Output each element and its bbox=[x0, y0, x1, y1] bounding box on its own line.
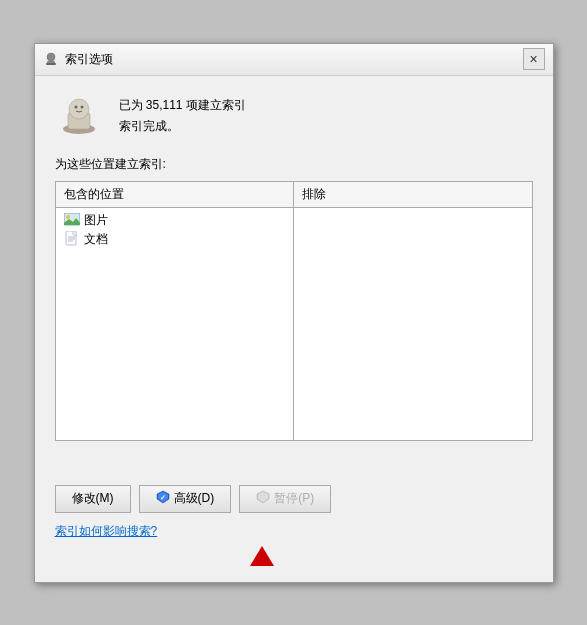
col-include-header: 包含的位置 bbox=[56, 182, 295, 207]
list-item: 图片 bbox=[64, 212, 286, 229]
close-button[interactable]: × bbox=[523, 48, 545, 70]
up-arrow-icon bbox=[250, 546, 274, 566]
advanced-button[interactable]: ✓ 高级(D) bbox=[139, 485, 232, 513]
col-exclude-body bbox=[294, 208, 532, 440]
svg-point-9 bbox=[66, 215, 70, 219]
svg-text:✓: ✓ bbox=[160, 494, 166, 501]
link-row: 索引如何影响搜索? bbox=[55, 523, 533, 540]
window-icon bbox=[43, 51, 59, 67]
arrow-indicator bbox=[55, 546, 533, 566]
help-link[interactable]: 索引如何影响搜索? bbox=[55, 523, 533, 540]
list-item: 文档 bbox=[64, 231, 286, 248]
svg-point-7 bbox=[80, 105, 83, 108]
shield-advanced-icon: ✓ bbox=[156, 490, 170, 507]
document-icon bbox=[64, 231, 80, 247]
svg-point-0 bbox=[47, 53, 55, 61]
svg-rect-2 bbox=[46, 63, 56, 65]
status-count: 已为 35,111 项建立索引 bbox=[119, 97, 246, 114]
status-section: 已为 35,111 项建立索引 索引完成。 bbox=[55, 92, 533, 140]
svg-point-5 bbox=[69, 99, 89, 119]
picture-icon bbox=[64, 212, 80, 228]
locations-table: 包含的位置 排除 图片 bbox=[55, 181, 533, 441]
status-text-block: 已为 35,111 项建立索引 索引完成。 bbox=[119, 97, 246, 135]
status-done: 索引完成。 bbox=[119, 118, 246, 135]
advanced-label: 高级(D) bbox=[174, 490, 215, 507]
pause-label: 暂停(P) bbox=[274, 490, 314, 507]
table-body: 图片 文档 bbox=[56, 208, 532, 440]
table-header: 包含的位置 排除 bbox=[56, 182, 532, 208]
index-icon bbox=[55, 92, 103, 140]
shield-pause-icon bbox=[256, 490, 270, 507]
pause-button[interactable]: 暂停(P) bbox=[239, 485, 331, 513]
location-name-pictures: 图片 bbox=[84, 212, 108, 229]
button-row: 修改(M) ✓ 高级(D) 暂停(P) bbox=[55, 485, 533, 513]
col-include-body: 图片 文档 bbox=[56, 208, 295, 440]
col-exclude-header: 排除 bbox=[294, 182, 532, 207]
dialog-footer: 修改(M) ✓ 高级(D) 暂停(P) bbox=[35, 473, 553, 582]
location-name-documents: 文档 bbox=[84, 231, 108, 248]
dialog-content: 已为 35,111 项建立索引 索引完成。 为这些位置建立索引: 包含的位置 排… bbox=[35, 76, 553, 473]
modify-button[interactable]: 修改(M) bbox=[55, 485, 131, 513]
title-bar: 索引选项 × bbox=[35, 44, 553, 76]
section-label: 为这些位置建立索引: bbox=[55, 156, 533, 173]
window-title: 索引选项 bbox=[65, 51, 523, 68]
dialog-window: 索引选项 × 已为 bbox=[34, 43, 554, 583]
svg-point-6 bbox=[74, 105, 77, 108]
